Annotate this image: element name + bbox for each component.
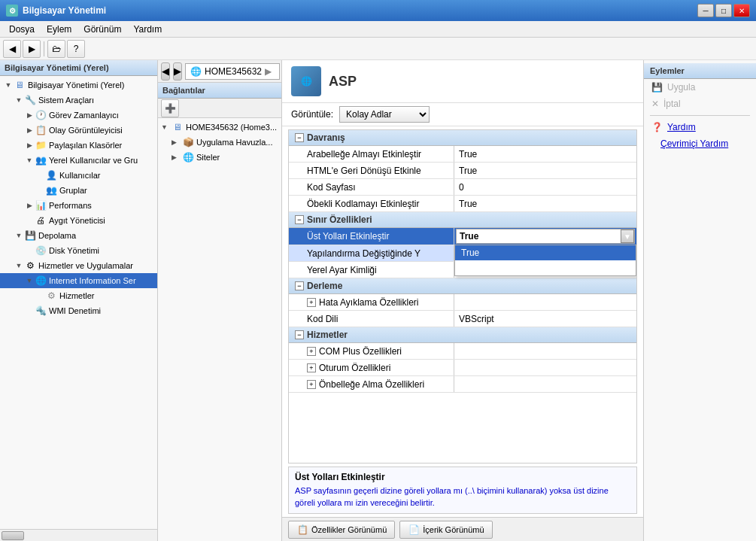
- section-header-hizmetler[interactable]: − Hizmetler: [289, 327, 636, 343]
- tree-item-hizmetler[interactable]: ▼ ⚙ Hizmetler ve Uygulamalar: [0, 258, 157, 273]
- dropdown-option-false[interactable]: False: [455, 260, 636, 275]
- prop-row-kod[interactable]: Kod Sayfası 0: [289, 179, 636, 196]
- back-button[interactable]: ◀: [3, 40, 21, 58]
- help-button[interactable]: ?: [67, 40, 85, 58]
- prop-name-complus-label: COM Plus Özellikleri: [319, 346, 402, 357]
- expand-sinir[interactable]: −: [295, 215, 304, 224]
- maximize-button[interactable]: □: [715, 4, 732, 17]
- tree-item-aygit[interactable]: 🖨 Aygıt Yöneticisi: [0, 213, 157, 228]
- prop-row-oturum[interactable]: + Oturum Özellikleri: [289, 360, 636, 376]
- expand-paylasim[interactable]: ▶: [24, 140, 35, 150]
- connections-content[interactable]: ▼ 🖥 HOME345632 (Home3... ▶ 📦 Uygulama Ha…: [158, 118, 281, 541]
- expand-kullanici: [35, 170, 45, 181]
- prop-row-complus[interactable]: + COM Plus Özellikleri: [289, 343, 636, 360]
- expand-hizmetler[interactable]: ▼: [14, 260, 24, 271]
- props-grid: − Davranış Arabelleğe Almayı Etkinleştir…: [288, 129, 637, 463]
- features-view-button[interactable]: 📋 Özellikler Görünümü: [288, 521, 395, 539]
- content-view-button[interactable]: 📄 İçerik Görünümü: [399, 521, 492, 539]
- menu-eylem[interactable]: Eylem: [41, 23, 77, 36]
- conn-add-button[interactable]: ➕: [161, 99, 179, 117]
- up-button[interactable]: 🗁: [47, 40, 65, 58]
- menu-dosya[interactable]: Dosya: [3, 23, 41, 36]
- dropdown-arrow-ustyollari[interactable]: ▼: [621, 229, 634, 243]
- expand-performans[interactable]: ▶: [24, 200, 35, 211]
- conn-item-sites[interactable]: ▶ 🌐 Siteler: [158, 150, 281, 165]
- expand-sistem[interactable]: ▼: [14, 95, 24, 105]
- close-button[interactable]: ✕: [733, 4, 750, 17]
- prop-row-arabellek[interactable]: Arabelleğe Almayı Etkinleştir True: [289, 146, 636, 163]
- expand-root[interactable]: ▼: [3, 80, 14, 90]
- toolbar-separator: [44, 41, 44, 56]
- prop-row-hataayiklama[interactable]: + Hata Ayıklama Özellikleri: [289, 294, 636, 311]
- address-bar: ◀ ▶ 🌐 HOME345632 ▶ ↻ ✕ ⌂ ?: [158, 60, 281, 83]
- tree-item-disk[interactable]: 💿 Disk Yönetimi: [0, 243, 157, 258]
- tree-item-iis[interactable]: ▼ 🌐 Internet Information Ser: [0, 273, 157, 288]
- tree-item-paylasim[interactable]: ▶ 📁 Paylaşılan Klasörler: [0, 138, 157, 153]
- tree-item-depolama[interactable]: ▼ 💾 Depolama: [0, 228, 157, 243]
- expand-onbellek[interactable]: +: [307, 380, 316, 389]
- expand-hataayiklama[interactable]: +: [307, 298, 316, 307]
- prop-value-onbellek: [454, 376, 636, 392]
- prop-row-koddili[interactable]: Kod Dili VBScript: [289, 311, 636, 327]
- conn-label-pool: Uygulama Havuzla...: [196, 138, 273, 147]
- description-title: Üst Yolları Etkinleştir: [295, 472, 630, 482]
- expand-davranis[interactable]: −: [295, 133, 304, 142]
- expand-hizmetler[interactable]: −: [295, 330, 304, 339]
- section-header-davranis[interactable]: − Davranış: [289, 130, 636, 146]
- expand-depolama[interactable]: ▼: [14, 230, 24, 241]
- action-cevrimici-link[interactable]: Çevrimiçi Yardım: [660, 138, 728, 149]
- tree-item-olay[interactable]: ▶ 📋 Olay Görüntüleyicisi: [0, 123, 157, 138]
- expand-gorev[interactable]: ▶: [24, 110, 35, 120]
- tree-item-performans[interactable]: ▶ 📊 Performans: [0, 198, 157, 213]
- view-select[interactable]: Kolay Adlar: [339, 106, 430, 123]
- prop-row-html[interactable]: HTML'e Geri Dönüşü Etkinle True: [289, 163, 636, 179]
- tree-item-hizmetler2[interactable]: ⚙ Hizmetler: [0, 288, 157, 303]
- expand-olay[interactable]: ▶: [24, 125, 35, 135]
- nav-back-button[interactable]: ◀: [161, 62, 170, 81]
- tree-horizontal-scroll[interactable]: [0, 529, 157, 541]
- tree-item-gorev[interactable]: ▶ 🕐 Görev Zamanlayıcı: [0, 108, 157, 123]
- tree-label-gruplar: Gruplar: [59, 186, 87, 195]
- section-header-sinir[interactable]: − Sınır Özellikleri: [289, 212, 636, 228]
- expand-yerel[interactable]: ▼: [24, 155, 35, 166]
- expand-oturum[interactable]: +: [307, 363, 316, 372]
- tree-item-root[interactable]: ▼ 🖥 Bilgisayar Yönetimi (Yerel): [0, 78, 157, 93]
- prop-name-hataayiklama-label: Hata Ayıklama Özellikleri: [319, 297, 419, 308]
- menu-gorunum[interactable]: Görünüm: [77, 23, 127, 36]
- toolbar: ◀ ▶ 🗁 ?: [0, 38, 756, 60]
- section-header-derleme[interactable]: − Derleme: [289, 278, 636, 294]
- pc-icon: 🖥: [14, 79, 26, 91]
- asp-icon: 🌐: [291, 66, 321, 96]
- tree-content[interactable]: ▼ 🖥 Bilgisayar Yönetimi (Yerel) ▼ 🔧 Sist…: [0, 76, 157, 529]
- scroll-thumb[interactable]: [2, 531, 24, 540]
- action-yardim[interactable]: ❓ Yardım: [644, 119, 756, 135]
- expand-iis[interactable]: ▼: [24, 275, 35, 286]
- expand-gruplar: [35, 185, 45, 196]
- minimize-button[interactable]: ─: [697, 4, 714, 17]
- tree-item-kullanici[interactable]: 👤 Kullanıcılar: [0, 168, 157, 183]
- prop-name-kod: Kod Sayfası: [289, 179, 454, 195]
- prop-name-yapilandirma: Yapılandırma Değiştiğinde Y: [289, 245, 454, 261]
- action-yardim-link[interactable]: Yardım: [667, 122, 696, 132]
- services-icon: ⚙: [24, 260, 36, 272]
- conn-item-home[interactable]: ▼ 🖥 HOME345632 (Home3...: [158, 120, 281, 135]
- action-separator: [650, 115, 750, 116]
- wmi-icon: 🔩: [35, 305, 47, 317]
- prop-row-ustyollari[interactable]: Üst Yolları Etkinleştir True ▼ True Fals…: [289, 228, 636, 245]
- nav-forward-button[interactable]: ▶: [173, 62, 182, 81]
- forward-button[interactable]: ▶: [23, 40, 41, 58]
- tree-item-gruplar[interactable]: 👥 Gruplar: [0, 183, 157, 198]
- expand-complus[interactable]: +: [307, 347, 316, 356]
- tree-item-wmi[interactable]: 🔩 WMI Denetimi: [0, 303, 157, 318]
- tree-item-sistem[interactable]: ▼ 🔧 Sistem Araçları: [0, 93, 157, 108]
- prop-row-obek[interactable]: Öbekli Kodlamayı Etkinleştir True: [289, 196, 636, 212]
- menu-yardim[interactable]: Yardım: [127, 23, 168, 36]
- action-cevrimici[interactable]: Çevrimiçi Yardım: [644, 135, 756, 152]
- conn-item-pool[interactable]: ▶ 📦 Uygulama Havuzla...: [158, 135, 281, 150]
- prop-row-onbellek[interactable]: + Önbelleğe Alma Özellikleri: [289, 376, 636, 393]
- dropdown-popup-ustyollari: True False: [454, 245, 636, 276]
- address-field[interactable]: 🌐 HOME345632 ▶: [185, 63, 280, 80]
- expand-derleme[interactable]: −: [295, 281, 304, 290]
- tree-item-yerel[interactable]: ▼ 👥 Yerel Kullanıcılar ve Gru: [0, 153, 157, 168]
- dropdown-option-true[interactable]: True: [455, 245, 636, 260]
